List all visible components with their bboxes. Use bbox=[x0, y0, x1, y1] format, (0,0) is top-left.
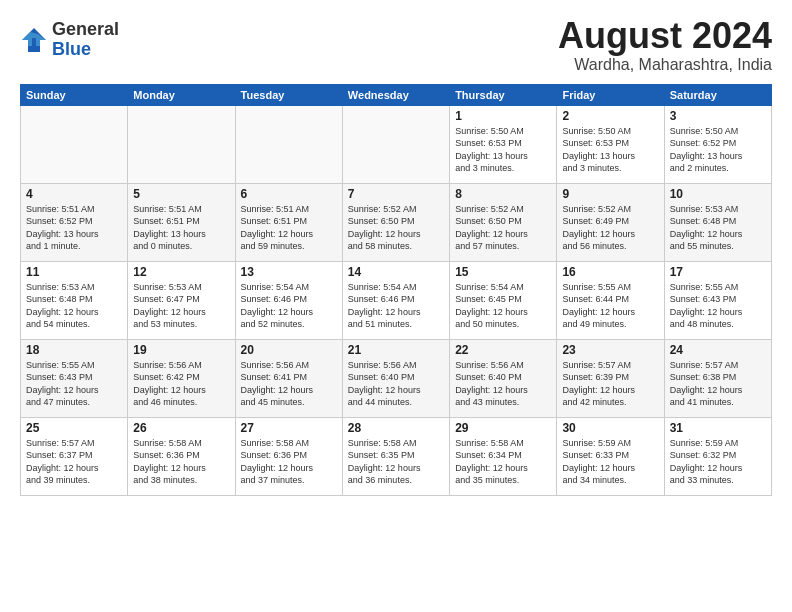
day-cell: 30Sunrise: 5:59 AM Sunset: 6:33 PM Dayli… bbox=[557, 417, 664, 495]
day-info: Sunrise: 5:53 AM Sunset: 6:47 PM Dayligh… bbox=[133, 281, 229, 331]
day-info: Sunrise: 5:58 AM Sunset: 6:36 PM Dayligh… bbox=[133, 437, 229, 487]
day-number: 1 bbox=[455, 109, 551, 123]
week-row-0: 1Sunrise: 5:50 AM Sunset: 6:53 PM Daylig… bbox=[21, 105, 772, 183]
header: General Blue August 2024 Wardha, Maharas… bbox=[20, 16, 772, 74]
day-info: Sunrise: 5:55 AM Sunset: 6:43 PM Dayligh… bbox=[26, 359, 122, 409]
day-cell: 18Sunrise: 5:55 AM Sunset: 6:43 PM Dayli… bbox=[21, 339, 128, 417]
day-cell: 28Sunrise: 5:58 AM Sunset: 6:35 PM Dayli… bbox=[342, 417, 449, 495]
day-info: Sunrise: 5:56 AM Sunset: 6:40 PM Dayligh… bbox=[455, 359, 551, 409]
day-cell: 19Sunrise: 5:56 AM Sunset: 6:42 PM Dayli… bbox=[128, 339, 235, 417]
day-number: 29 bbox=[455, 421, 551, 435]
day-number: 27 bbox=[241, 421, 337, 435]
day-cell: 21Sunrise: 5:56 AM Sunset: 6:40 PM Dayli… bbox=[342, 339, 449, 417]
day-number: 16 bbox=[562, 265, 658, 279]
day-info: Sunrise: 5:59 AM Sunset: 6:32 PM Dayligh… bbox=[670, 437, 766, 487]
day-number: 17 bbox=[670, 265, 766, 279]
day-cell bbox=[128, 105, 235, 183]
logo-text: General Blue bbox=[52, 20, 119, 60]
logo: General Blue bbox=[20, 20, 119, 60]
day-info: Sunrise: 5:56 AM Sunset: 6:40 PM Dayligh… bbox=[348, 359, 444, 409]
header-monday: Monday bbox=[128, 84, 235, 105]
week-row-2: 11Sunrise: 5:53 AM Sunset: 6:48 PM Dayli… bbox=[21, 261, 772, 339]
calendar-table: Sunday Monday Tuesday Wednesday Thursday… bbox=[20, 84, 772, 496]
day-number: 19 bbox=[133, 343, 229, 357]
logo-blue: Blue bbox=[52, 39, 91, 59]
day-number: 23 bbox=[562, 343, 658, 357]
day-cell: 2Sunrise: 5:50 AM Sunset: 6:53 PM Daylig… bbox=[557, 105, 664, 183]
day-cell: 20Sunrise: 5:56 AM Sunset: 6:41 PM Dayli… bbox=[235, 339, 342, 417]
day-info: Sunrise: 5:57 AM Sunset: 6:38 PM Dayligh… bbox=[670, 359, 766, 409]
day-info: Sunrise: 5:51 AM Sunset: 6:51 PM Dayligh… bbox=[241, 203, 337, 253]
day-cell: 24Sunrise: 5:57 AM Sunset: 6:38 PM Dayli… bbox=[664, 339, 771, 417]
day-number: 24 bbox=[670, 343, 766, 357]
day-number: 15 bbox=[455, 265, 551, 279]
day-info: Sunrise: 5:51 AM Sunset: 6:51 PM Dayligh… bbox=[133, 203, 229, 253]
header-row: Sunday Monday Tuesday Wednesday Thursday… bbox=[21, 84, 772, 105]
day-info: Sunrise: 5:50 AM Sunset: 6:53 PM Dayligh… bbox=[562, 125, 658, 175]
day-cell: 22Sunrise: 5:56 AM Sunset: 6:40 PM Dayli… bbox=[450, 339, 557, 417]
day-cell: 16Sunrise: 5:55 AM Sunset: 6:44 PM Dayli… bbox=[557, 261, 664, 339]
day-cell: 6Sunrise: 5:51 AM Sunset: 6:51 PM Daylig… bbox=[235, 183, 342, 261]
day-number: 14 bbox=[348, 265, 444, 279]
day-info: Sunrise: 5:59 AM Sunset: 6:33 PM Dayligh… bbox=[562, 437, 658, 487]
day-cell: 5Sunrise: 5:51 AM Sunset: 6:51 PM Daylig… bbox=[128, 183, 235, 261]
day-cell: 31Sunrise: 5:59 AM Sunset: 6:32 PM Dayli… bbox=[664, 417, 771, 495]
day-info: Sunrise: 5:53 AM Sunset: 6:48 PM Dayligh… bbox=[26, 281, 122, 331]
day-cell: 15Sunrise: 5:54 AM Sunset: 6:45 PM Dayli… bbox=[450, 261, 557, 339]
day-cell: 25Sunrise: 5:57 AM Sunset: 6:37 PM Dayli… bbox=[21, 417, 128, 495]
day-info: Sunrise: 5:55 AM Sunset: 6:43 PM Dayligh… bbox=[670, 281, 766, 331]
day-info: Sunrise: 5:52 AM Sunset: 6:49 PM Dayligh… bbox=[562, 203, 658, 253]
day-number: 11 bbox=[26, 265, 122, 279]
day-number: 13 bbox=[241, 265, 337, 279]
day-info: Sunrise: 5:51 AM Sunset: 6:52 PM Dayligh… bbox=[26, 203, 122, 253]
day-number: 18 bbox=[26, 343, 122, 357]
day-cell: 1Sunrise: 5:50 AM Sunset: 6:53 PM Daylig… bbox=[450, 105, 557, 183]
day-info: Sunrise: 5:50 AM Sunset: 6:53 PM Dayligh… bbox=[455, 125, 551, 175]
day-number: 25 bbox=[26, 421, 122, 435]
day-cell bbox=[342, 105, 449, 183]
location-subtitle: Wardha, Maharashtra, India bbox=[558, 56, 772, 74]
day-cell: 27Sunrise: 5:58 AM Sunset: 6:36 PM Dayli… bbox=[235, 417, 342, 495]
day-cell bbox=[21, 105, 128, 183]
day-number: 10 bbox=[670, 187, 766, 201]
day-number: 2 bbox=[562, 109, 658, 123]
day-number: 21 bbox=[348, 343, 444, 357]
day-cell: 23Sunrise: 5:57 AM Sunset: 6:39 PM Dayli… bbox=[557, 339, 664, 417]
day-cell: 9Sunrise: 5:52 AM Sunset: 6:49 PM Daylig… bbox=[557, 183, 664, 261]
day-number: 3 bbox=[670, 109, 766, 123]
day-info: Sunrise: 5:54 AM Sunset: 6:46 PM Dayligh… bbox=[241, 281, 337, 331]
month-title: August 2024 bbox=[558, 16, 772, 56]
day-cell: 10Sunrise: 5:53 AM Sunset: 6:48 PM Dayli… bbox=[664, 183, 771, 261]
logo-icon bbox=[20, 26, 48, 54]
header-wednesday: Wednesday bbox=[342, 84, 449, 105]
week-row-1: 4Sunrise: 5:51 AM Sunset: 6:52 PM Daylig… bbox=[21, 183, 772, 261]
day-cell: 3Sunrise: 5:50 AM Sunset: 6:52 PM Daylig… bbox=[664, 105, 771, 183]
day-number: 5 bbox=[133, 187, 229, 201]
day-cell: 11Sunrise: 5:53 AM Sunset: 6:48 PM Dayli… bbox=[21, 261, 128, 339]
day-number: 6 bbox=[241, 187, 337, 201]
header-thursday: Thursday bbox=[450, 84, 557, 105]
day-number: 4 bbox=[26, 187, 122, 201]
day-number: 28 bbox=[348, 421, 444, 435]
day-info: Sunrise: 5:55 AM Sunset: 6:44 PM Dayligh… bbox=[562, 281, 658, 331]
day-info: Sunrise: 5:50 AM Sunset: 6:52 PM Dayligh… bbox=[670, 125, 766, 175]
day-cell: 29Sunrise: 5:58 AM Sunset: 6:34 PM Dayli… bbox=[450, 417, 557, 495]
day-info: Sunrise: 5:57 AM Sunset: 6:37 PM Dayligh… bbox=[26, 437, 122, 487]
day-info: Sunrise: 5:58 AM Sunset: 6:35 PM Dayligh… bbox=[348, 437, 444, 487]
day-info: Sunrise: 5:58 AM Sunset: 6:34 PM Dayligh… bbox=[455, 437, 551, 487]
day-cell: 8Sunrise: 5:52 AM Sunset: 6:50 PM Daylig… bbox=[450, 183, 557, 261]
day-cell: 7Sunrise: 5:52 AM Sunset: 6:50 PM Daylig… bbox=[342, 183, 449, 261]
day-info: Sunrise: 5:53 AM Sunset: 6:48 PM Dayligh… bbox=[670, 203, 766, 253]
logo-general: General bbox=[52, 19, 119, 39]
day-info: Sunrise: 5:52 AM Sunset: 6:50 PM Dayligh… bbox=[348, 203, 444, 253]
day-number: 22 bbox=[455, 343, 551, 357]
day-info: Sunrise: 5:54 AM Sunset: 6:45 PM Dayligh… bbox=[455, 281, 551, 331]
day-number: 30 bbox=[562, 421, 658, 435]
day-number: 26 bbox=[133, 421, 229, 435]
day-cell: 13Sunrise: 5:54 AM Sunset: 6:46 PM Dayli… bbox=[235, 261, 342, 339]
day-cell: 26Sunrise: 5:58 AM Sunset: 6:36 PM Dayli… bbox=[128, 417, 235, 495]
day-info: Sunrise: 5:56 AM Sunset: 6:42 PM Dayligh… bbox=[133, 359, 229, 409]
day-number: 20 bbox=[241, 343, 337, 357]
day-cell bbox=[235, 105, 342, 183]
day-number: 9 bbox=[562, 187, 658, 201]
